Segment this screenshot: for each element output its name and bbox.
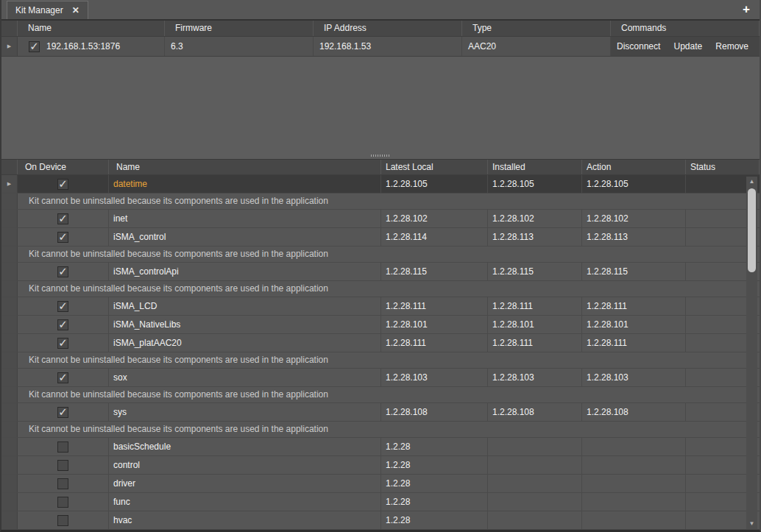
kit-row[interactable]: hvac 1.2.28 — [1, 511, 760, 530]
kits-col-installed[interactable]: Installed — [488, 160, 582, 174]
disconnect-button[interactable]: Disconnect — [617, 41, 660, 52]
on-device-checkbox[interactable]: ✓ — [57, 232, 68, 243]
on-device-checkbox[interactable]: ✓ — [57, 407, 68, 418]
kit-row-selector[interactable] — [1, 456, 18, 474]
devices-col-type[interactable]: Type — [462, 21, 611, 36]
kit-row[interactable]: control 1.2.28 — [1, 456, 760, 475]
kit-name: sys — [109, 403, 381, 421]
uninstall-message-row: Kit cannot be uninstalled because its co… — [1, 422, 760, 438]
kit-row-selector[interactable] — [1, 334, 18, 352]
kit-latest-local: 1.2.28 — [381, 493, 488, 511]
on-device-cell: ✓ — [18, 403, 109, 421]
tab-kit-manager[interactable]: Kit Manager ✕ — [7, 1, 88, 19]
kit-latest-local: 1.2.28 — [381, 438, 488, 455]
device-row-selector[interactable]: ▶ — [1, 37, 18, 56]
kit-row[interactable]: ✓ inet 1.2.28.102 1.2.28.102 1.2.28.102 — [1, 210, 760, 228]
on-device-checkbox[interactable]: ✓ — [57, 213, 68, 224]
kit-row-selector[interactable] — [1, 475, 18, 492]
kit-row-selector[interactable] — [1, 210, 18, 227]
kit-name: basicSchedule — [109, 438, 381, 455]
kit-action — [582, 493, 686, 511]
kit-row[interactable]: ✓ iSMA_NativeLibs 1.2.28.101 1.2.28.101 … — [1, 316, 760, 334]
kit-action: 1.2.28.101 — [582, 316, 686, 333]
devices-col-commands[interactable]: Commands — [611, 21, 760, 36]
kit-row[interactable]: basicSchedule 1.2.28 — [1, 438, 760, 456]
pane-splitter[interactable] — [1, 152, 760, 159]
on-device-cell — [18, 475, 109, 492]
kits-table-body: ▶ ✓ datetime 1.2.28.105 1.2.28.105 1.2.2… — [1, 175, 760, 530]
vertical-scrollbar[interactable]: ▲ ▼ — [746, 177, 757, 529]
scrollbar-thumb[interactable] — [748, 188, 756, 272]
kit-row-selector[interactable] — [1, 316, 18, 333]
devices-table-header: Name Firmware IP Address Type Commands — [1, 21, 760, 37]
kits-col-on-device[interactable]: On Device — [18, 160, 109, 174]
on-device-checkbox[interactable]: ✓ — [57, 266, 68, 277]
kit-latest-local: 1.2.28.105 — [381, 175, 488, 193]
on-device-checkbox[interactable]: ✓ — [57, 179, 68, 190]
kit-row-selector[interactable] — [1, 493, 18, 511]
kit-row[interactable]: ✓ sox 1.2.28.103 1.2.28.103 1.2.28.103 — [1, 369, 760, 387]
kit-latest-local: 1.2.28 — [381, 511, 488, 529]
splitter-handle-icon — [371, 155, 390, 157]
kit-installed: 1.2.28.101 — [488, 316, 582, 333]
message-row-selector — [1, 247, 18, 262]
kit-name: driver — [109, 475, 381, 492]
uninstall-message: Kit cannot be uninstalled because its co… — [18, 387, 760, 402]
on-device-checkbox[interactable]: ✓ — [57, 338, 68, 349]
device-row[interactable]: ▶ ✓ 192.168.1.53:1876 6.3 192.168.1.53 A… — [1, 37, 760, 57]
kit-row-selector[interactable] — [1, 228, 18, 246]
kits-col-name[interactable]: Name — [109, 160, 381, 174]
kit-latest-local: 1.2.28.114 — [381, 228, 488, 246]
kit-row-selector[interactable] — [1, 369, 18, 386]
on-device-checkbox[interactable]: ✓ — [57, 372, 68, 383]
kit-row[interactable]: ✓ iSMA_controlApi 1.2.28.115 1.2.28.115 … — [1, 263, 760, 281]
kit-row[interactable]: driver 1.2.28 — [1, 475, 760, 493]
devices-col-ip-address[interactable]: IP Address — [314, 21, 462, 36]
kit-row-selector[interactable]: ▶ — [1, 175, 18, 193]
kit-row[interactable]: ▶ ✓ datetime 1.2.28.105 1.2.28.105 1.2.2… — [1, 175, 760, 194]
kit-latest-local: 1.2.28.103 — [381, 369, 488, 386]
on-device-checkbox[interactable]: ✓ — [57, 301, 68, 312]
tab-bar: Kit Manager ✕ + — [1, 0, 760, 21]
on-device-checkbox[interactable] — [57, 460, 68, 471]
kit-installed: 1.2.28.103 — [488, 369, 582, 386]
kits-corner-cell — [1, 160, 18, 174]
device-checkbox[interactable]: ✓ — [29, 41, 40, 52]
on-device-checkbox[interactable] — [57, 441, 68, 453]
row-marker-icon: ▶ — [7, 43, 11, 49]
kit-row[interactable]: ✓ iSMA_platAAC20 1.2.28.111 1.2.28.111 1… — [1, 334, 760, 352]
kit-row[interactable]: ✓ iSMA_LCD 1.2.28.111 1.2.28.111 1.2.28.… — [1, 297, 760, 316]
uninstall-message-row: Kit cannot be uninstalled because its co… — [1, 194, 760, 210]
kits-col-status[interactable]: Status — [686, 160, 760, 174]
on-device-cell: ✓ — [18, 210, 109, 227]
devices-corner-cell — [1, 21, 18, 36]
add-tab-button[interactable]: + — [743, 2, 750, 17]
kit-row[interactable]: ✓ iSMA_control 1.2.28.114 1.2.28.113 1.2… — [1, 228, 760, 247]
kit-row-selector[interactable] — [1, 438, 18, 455]
kit-row[interactable]: func 1.2.28 — [1, 493, 760, 511]
kit-row-selector[interactable] — [1, 297, 18, 315]
remove-button[interactable]: Remove — [715, 41, 748, 52]
kit-name: iSMA_NativeLibs — [109, 316, 381, 333]
message-row-selector — [1, 281, 18, 297]
kit-row-selector[interactable] — [1, 511, 18, 529]
kit-installed: 1.2.28.115 — [488, 263, 582, 280]
on-device-checkbox[interactable] — [57, 478, 68, 489]
scroll-down-icon[interactable]: ▼ — [746, 520, 757, 528]
kit-row-selector[interactable] — [1, 263, 18, 280]
device-name: 192.168.1.53:1876 — [46, 41, 120, 52]
kits-col-action[interactable]: Action — [582, 160, 686, 174]
update-button[interactable]: Update — [673, 41, 702, 52]
on-device-checkbox[interactable] — [57, 515, 68, 526]
on-device-checkbox[interactable] — [57, 497, 68, 508]
on-device-checkbox[interactable]: ✓ — [57, 319, 68, 330]
close-tab-icon[interactable]: ✕ — [72, 5, 79, 15]
message-row-selector — [1, 352, 18, 368]
scroll-up-icon[interactable]: ▲ — [746, 178, 757, 185]
uninstall-message-row: Kit cannot be uninstalled because its co… — [1, 281, 760, 297]
kit-row-selector[interactable] — [1, 403, 18, 421]
kits-col-latest-local[interactable]: Latest Local — [381, 160, 488, 174]
kit-row[interactable]: ✓ sys 1.2.28.108 1.2.28.108 1.2.28.108 — [1, 403, 760, 422]
devices-col-firmware[interactable]: Firmware — [165, 21, 314, 36]
devices-col-name[interactable]: Name — [18, 21, 165, 36]
